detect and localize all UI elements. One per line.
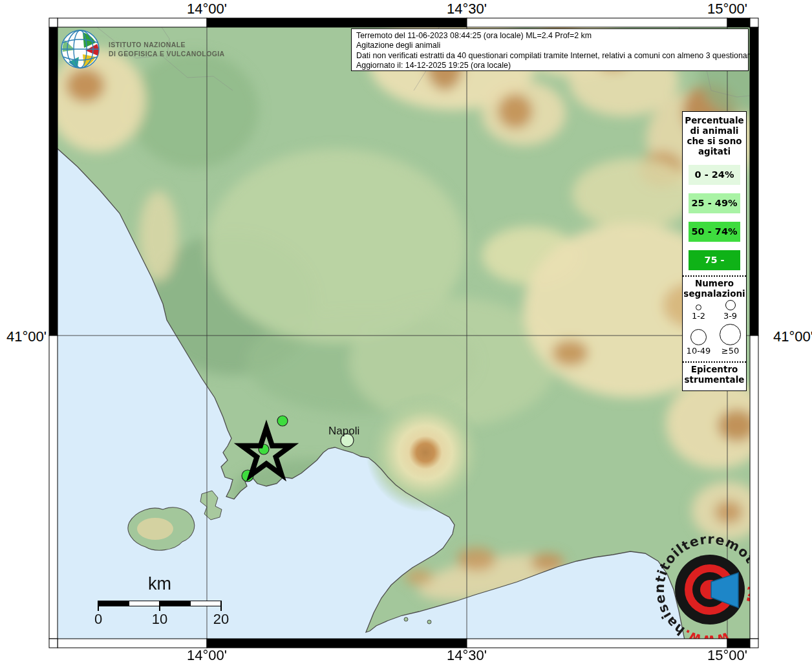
event-info-line3: Dati non verificati estratti da 40 quest… [356,51,743,61]
legend-counts-title-line: Numero [683,278,746,288]
map-legend: Percentuale di animali che si sono agita… [682,111,747,391]
scale-tick [98,606,99,611]
scale-bar-unit: km [98,574,222,594]
scale-number-10: 10 [152,611,167,628]
legend-count-10-49: 10-49 [683,321,714,356]
legend-percent-title: Percentuale di animali che si sono agita… [683,115,746,156]
islet [427,620,431,624]
legend-divider [683,361,746,363]
legend-epicenter-title-line: strumentale [683,374,746,385]
legend-count-sizes: 1-2 3-9 10-49 ≥50 [683,300,746,356]
scale-segment [129,601,160,606]
scale-tick [159,606,160,611]
ingv-wordmark: ISTITUTO NAZIONALE DI GEOFISICA E VULCAN… [109,40,225,58]
axis-label-top-14-00: 14°00' [162,1,252,17]
legend-count-1-2: 1-2 [683,300,714,321]
axis-label-right-41-00: 41°00' [773,328,812,345]
scale-number-0: 0 [94,611,102,628]
legend-epicenter-title-line: Epicentro [683,364,746,374]
event-info-box: Terremoto del 11-06-2023 08:44:25 (ora l… [351,28,749,71]
islet [404,617,408,621]
count-label: 1-2 [692,310,705,321]
legend-swatch-50-74: 50 - 74% [689,222,740,242]
event-info-line2: Agitazione degli animali [356,41,743,50]
ingv-globe-icon [59,28,101,70]
axis-label-bottom-14-30: 14°30' [422,647,512,662]
map-content: www.haisentitoilterremoto.it ? [48,13,789,662]
count-label: 3-9 [723,310,737,321]
legend-swatch-25-49: 25 - 49% [689,193,740,213]
legend-swatch-0-24: 0 - 24% [689,165,740,185]
legend-epicenter-title: Epicentro strumentale [683,364,746,385]
legend-count-50plus: ≥50 [714,321,746,356]
axis-label-bottom-14-00: 14°00' [162,647,252,662]
map-figure: www.haisentitoilterremoto.it ? [0,0,812,662]
scale-segment [160,601,190,606]
event-info-line1: Terremoto del 11-06-2023 08:44:25 (ora l… [356,31,743,41]
legend-epicenter-star-icon: ☆ [683,387,746,391]
legend-count-3-9: 3-9 [714,300,746,321]
axis-label-top-15-00: 15°00' [682,1,773,17]
scale-bar: km 0 10 20 [98,574,222,630]
legend-counts-title-line: segnalazioni [683,288,746,299]
island-ischia-hill [137,518,173,540]
count-circle-xlarge-icon [720,324,741,345]
scale-tick [220,606,222,611]
legend-percent-title-line: di animali [683,125,746,136]
scale-number-20: 20 [213,611,229,628]
event-info-line4: Aggiornato il: 14-12-2025 19:25 (ora loc… [356,61,743,70]
legend-counts-title: Numero segnalazioni [683,278,746,299]
city-label-napoli: Napoli [328,425,359,438]
ingv-logo: ISTITUTO NAZIONALE DI GEOFISICA E VULCAN… [59,28,225,70]
count-circle-medium-icon [725,300,736,310]
axis-label-left-41-00: 41°00' [1,328,47,345]
report-dot [277,416,288,426]
legend-percent-title-line: Percentuale [683,115,746,125]
count-circle-large-icon [690,329,707,345]
scale-bar-segments [98,601,222,606]
legend-percent-title-line: che si sono [683,136,746,146]
legend-swatch-75-100: 75 - 100% [689,250,740,270]
scale-segment [190,601,222,606]
count-label: ≥50 [721,345,739,356]
axis-label-top-14-30: 14°30' [422,1,512,17]
legend-percent-title-line: agitati [683,146,746,156]
scale-segment [98,601,129,606]
ingv-line1: ISTITUTO NAZIONALE [109,40,225,49]
count-label: 10-49 [687,345,711,356]
ingv-line2: DI GEOFISICA E VULCANOLOGIA [109,49,225,58]
axis-label-bottom-15-00: 15°00' [682,647,773,662]
count-circle-small-icon [696,304,701,310]
